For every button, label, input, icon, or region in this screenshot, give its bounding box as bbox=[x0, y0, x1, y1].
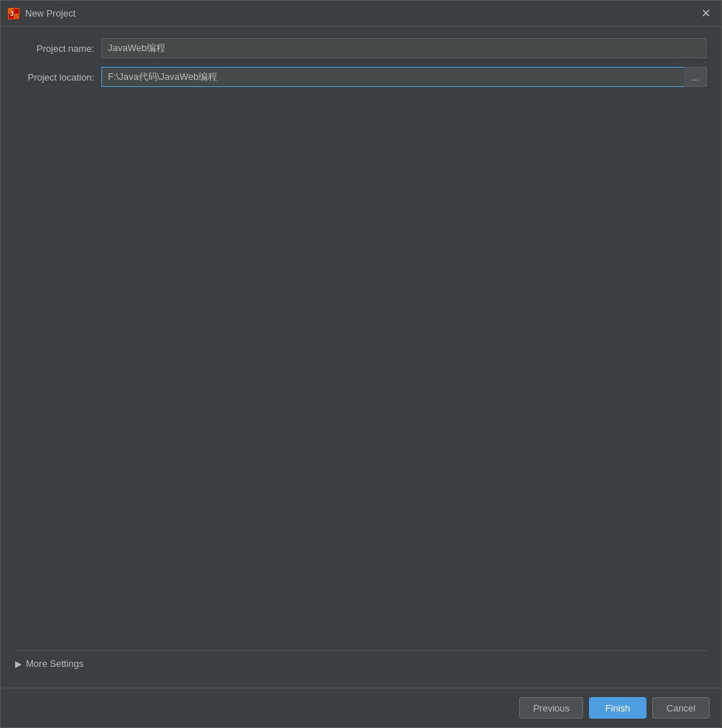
more-settings-arrow-icon: ▶ bbox=[15, 659, 22, 669]
more-settings-section[interactable]: ▶ More Settings bbox=[15, 650, 707, 676]
project-name-label: Project name: bbox=[15, 43, 101, 54]
project-location-label: Project location: bbox=[15, 72, 101, 83]
svg-rect-1 bbox=[14, 9, 19, 14]
previous-button[interactable]: Previous bbox=[519, 697, 583, 719]
more-settings-label: More Settings bbox=[26, 658, 83, 669]
title-bar: J New Project ✕ bbox=[1, 1, 721, 27]
location-input-wrapper: ... bbox=[101, 67, 707, 87]
dialog-content: Project name: Project location: ... ▶ Mo… bbox=[1, 27, 721, 688]
svg-rect-3 bbox=[14, 14, 19, 19]
project-name-row: Project name: bbox=[15, 38, 707, 58]
dialog-footer: Previous Finish Cancel bbox=[1, 688, 721, 727]
close-button[interactable]: ✕ bbox=[697, 5, 714, 22]
app-icon: J bbox=[8, 8, 19, 19]
finish-button[interactable]: Finish bbox=[589, 697, 646, 719]
project-location-input[interactable] bbox=[101, 67, 684, 87]
main-content-area bbox=[15, 96, 707, 650]
browse-button[interactable]: ... bbox=[684, 67, 707, 87]
project-location-row: Project location: ... bbox=[15, 67, 707, 87]
dialog-title: New Project bbox=[25, 8, 76, 19]
svg-text:J: J bbox=[10, 10, 14, 17]
new-project-dialog: J New Project ✕ Project name: Project lo… bbox=[0, 0, 722, 728]
cancel-button[interactable]: Cancel bbox=[652, 697, 710, 719]
title-bar-left: J New Project bbox=[8, 8, 76, 19]
project-name-input[interactable] bbox=[101, 38, 707, 58]
